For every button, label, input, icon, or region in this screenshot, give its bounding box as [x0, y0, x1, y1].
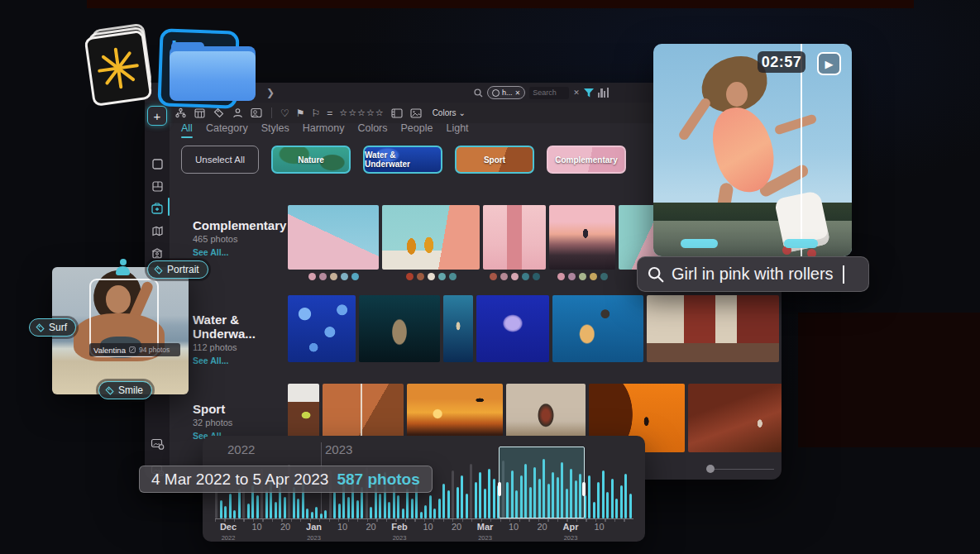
play-button[interactable]: ▶ — [817, 52, 841, 75]
tag-label: Portrait — [167, 264, 199, 275]
axis-label: 10 — [251, 523, 261, 532]
date-range-tooltip: 4 Mar 2022 to 5 Apr 2023 587 photos — [139, 466, 433, 493]
search-token[interactable]: h... ✕ — [487, 86, 525, 99]
colors-dropdown[interactable]: Colors ⌄ — [433, 108, 466, 117]
token-close-icon[interactable]: ✕ — [515, 89, 521, 97]
person-name-badge[interactable]: Valentina 94 photos — [89, 343, 180, 356]
swatch-dot — [600, 273, 608, 280]
trim-handle-right[interactable] — [784, 239, 818, 248]
tab-all[interactable]: All — [181, 122, 193, 138]
swatch-dot — [511, 273, 519, 280]
histogram-bar — [593, 502, 595, 518]
axis-label: 20 — [537, 523, 547, 532]
person-icon[interactable] — [232, 107, 244, 119]
selection-handle-left[interactable] — [498, 482, 501, 496]
histogram-bar — [475, 482, 477, 518]
histogram-bar — [238, 489, 241, 518]
export-photos-icon[interactable] — [149, 435, 165, 451]
edit-icon[interactable] — [129, 346, 136, 353]
unselect-all-button[interactable]: Unselect All — [181, 146, 259, 174]
horizontal-scrollbar[interactable] — [706, 465, 774, 473]
forward-button[interactable]: ❯ — [264, 85, 277, 100]
swatch-dot — [500, 273, 508, 280]
blue-folder-icon[interactable] — [170, 46, 257, 104]
axis-label: Feb2023 — [391, 523, 408, 542]
histogram-bar — [438, 499, 441, 518]
photo-rock-climber[interactable] — [688, 384, 782, 452]
image-icon[interactable] — [410, 107, 423, 119]
photo-deep-diver[interactable] — [443, 295, 473, 362]
scrollbar-thumb[interactable] — [706, 465, 715, 473]
add-folder-button[interactable]: + — [147, 106, 167, 126]
excire-catalog-icon[interactable] — [84, 29, 158, 107]
tab-light[interactable]: Light — [446, 122, 468, 138]
swatch-dot — [319, 273, 327, 280]
histogram-bar — [233, 510, 236, 518]
calendar-icon[interactable] — [194, 107, 206, 119]
people-album-icon[interactable] — [149, 245, 165, 261]
photo-snorkeler-starfish[interactable] — [552, 295, 643, 362]
category-chip-sport[interactable]: Sport — [455, 146, 534, 174]
flag-reject-icon[interactable]: ⚐ — [312, 108, 321, 118]
date-range-selection[interactable] — [499, 447, 585, 518]
single-view-icon[interactable] — [149, 155, 165, 172]
swatch-dot — [490, 273, 497, 280]
tab-styles[interactable]: Styles — [261, 122, 289, 138]
flag-pick-icon[interactable]: ⚑ — [296, 108, 305, 118]
background-top-strip — [87, 0, 914, 8]
histogram-bar — [620, 485, 623, 518]
hierarchy-icon[interactable] — [174, 107, 187, 119]
histogram-bar — [429, 495, 432, 518]
chevron-down-icon: ⌄ — [459, 108, 466, 117]
tab-people[interactable]: People — [401, 122, 433, 138]
photo-underwater-woman[interactable] — [359, 295, 440, 362]
category-chip-water[interactable]: Water & Underwater — [363, 146, 442, 174]
grid-view-icon[interactable] — [149, 178, 165, 194]
histogram-bar — [442, 484, 445, 518]
search-input[interactable] — [529, 87, 569, 99]
video-preview-card[interactable]: 02:57 ▶ — [653, 44, 852, 256]
see-all-link[interactable]: See All... — [193, 247, 285, 257]
film-strip-icon[interactable] — [391, 107, 404, 119]
tag-icon[interactable] — [213, 107, 225, 119]
histogram-bar — [388, 502, 390, 518]
photo-yellow-stools[interactable] — [382, 205, 480, 270]
histogram-bar — [284, 497, 286, 518]
histogram-bar — [315, 507, 318, 518]
keyword-tag-portrait[interactable]: Portrait — [147, 260, 208, 279]
search-icon — [474, 88, 483, 98]
photo-pink-building[interactable] — [288, 205, 379, 270]
trim-handle-left[interactable] — [681, 239, 718, 248]
swatch-dot — [406, 273, 414, 280]
search-clear-icon[interactable]: ✕ — [573, 88, 580, 97]
photo-pier-skater[interactable] — [549, 205, 615, 270]
map-icon[interactable] — [149, 222, 165, 239]
selection-handle-right[interactable] — [582, 482, 586, 496]
tab-colors[interactable]: Colors — [357, 122, 387, 138]
category-chip-complementary[interactable]: Complementary — [547, 146, 626, 174]
photo-pink-tower[interactable] — [483, 205, 546, 270]
photo-shop-signs[interactable] — [647, 295, 779, 362]
see-all-link[interactable]: See All... — [193, 356, 285, 365]
star-rating-filter[interactable]: ☆☆☆☆☆ — [339, 107, 384, 118]
filter-funnel-icon[interactable] — [584, 88, 594, 98]
import-collection-icon[interactable] — [149, 200, 165, 217]
category-chip-nature[interactable]: Nature — [271, 146, 351, 174]
photo-blue-jellyfish[interactable] — [476, 295, 549, 362]
histogram-bar — [406, 489, 409, 518]
scrollbar-track — [706, 469, 774, 470]
ai-search-box[interactable]: Girl in pink with rollers — [637, 256, 869, 292]
equals-icon[interactable]: = — [327, 108, 332, 118]
tab-harmony[interactable]: Harmony — [303, 122, 345, 138]
heart-icon[interactable]: ♡ — [280, 108, 289, 118]
swatch-dot — [341, 273, 348, 280]
keyword-tag-smile[interactable]: Smile — [98, 381, 152, 399]
timeline-toggle-icon[interactable] — [598, 88, 609, 98]
person-name: Valentina — [93, 346, 126, 355]
tab-category[interactable]: Category — [206, 122, 248, 138]
photo-jellyfish-swarm[interactable] — [288, 295, 356, 362]
keyword-tag-surf[interactable]: Surf — [29, 318, 76, 337]
histogram-bar — [265, 490, 268, 518]
tag-label: Smile — [118, 384, 143, 396]
person-search-icon[interactable] — [251, 107, 263, 119]
